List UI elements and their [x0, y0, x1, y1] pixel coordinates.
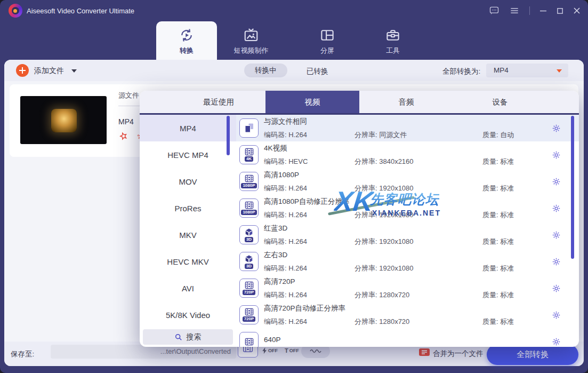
quality-value: 质量: 标准: [482, 264, 514, 273]
encoder-value: 编码器: H.264: [264, 210, 355, 220]
speed-toggle[interactable]: OFF: [262, 347, 278, 354]
add-files-icon[interactable]: [16, 64, 29, 77]
gear-icon[interactable]: [552, 150, 561, 160]
effects-icon[interactable]: [118, 131, 129, 144]
row-settings-button[interactable]: [552, 150, 561, 162]
gear-icon[interactable]: [552, 231, 561, 240]
row-settings-button[interactable]: [552, 204, 561, 215]
resolution-value: 分辨率: 1920x1080: [355, 237, 482, 247]
add-files-button[interactable]: 添加文件: [34, 66, 64, 76]
nav-tab-convert[interactable]: 转换: [156, 21, 217, 60]
format-row[interactable]: 1080P 高清1080P 编码器: H.264 分辨率: 1920x1080 …: [236, 168, 579, 195]
convert-all-button[interactable]: 全部转换: [487, 344, 578, 365]
popup-tab-1[interactable]: 视频: [265, 91, 359, 113]
menu-icon[interactable]: [509, 5, 520, 16]
sidebar-item-mp4[interactable]: MP4: [140, 115, 236, 141]
convert-icon: [179, 27, 195, 44]
format-row[interactable]: 1080P 高清1080P自动修正分辨率 编码器: H.264 分辨率: 192…: [236, 195, 579, 221]
sidebar-item-prores[interactable]: ProRes: [140, 195, 236, 221]
sidebar-item-mkv[interactable]: MKV: [140, 221, 236, 248]
minimize-icon[interactable]: [539, 7, 547, 14]
format-row[interactable]: 与源文件相同 编码器: H.264 分辨率: 同源文件 质量: 自动: [236, 115, 579, 141]
row-settings-button[interactable]: [552, 337, 561, 347]
search-icon: [175, 334, 182, 341]
close-icon[interactable]: [573, 7, 581, 14]
row-settings-button[interactable]: [552, 124, 561, 135]
title-toggle[interactable]: T OFF: [285, 347, 299, 354]
cube-3d-icon: [244, 228, 254, 236]
sidebar-item-5k-8k-video[interactable]: 5K/8K Video: [140, 301, 236, 328]
resolution-value: 分辨率: 3840x2160: [355, 157, 482, 166]
format-icon-box: 3D: [239, 252, 259, 271]
encoder-value: 编码器: H.264: [264, 264, 355, 273]
output-format-value: MP4: [494, 66, 509, 74]
row-settings-button[interactable]: [552, 231, 561, 242]
film-icon: [244, 174, 254, 182]
merge-icon[interactable]: [419, 348, 430, 359]
app-window: Aiseesoft Video Converter Ultimate: [0, 0, 588, 373]
app-title: Aiseesoft Video Converter Ultimate: [27, 7, 134, 15]
row-settings-button[interactable]: [552, 311, 561, 322]
format-title: 高清1080P: [264, 170, 579, 180]
format-row[interactable]: 720P 高清720P 编码器: H.264 分辨率: 1280x720 质量:…: [236, 275, 579, 301]
lightning-icon: [262, 347, 267, 354]
row-settings-button[interactable]: [552, 177, 561, 188]
format-row[interactable]: 640P: [236, 328, 579, 347]
quality-value: 质量: 自动: [482, 130, 514, 140]
row-settings-button[interactable]: [552, 284, 561, 295]
gear-icon[interactable]: [552, 311, 561, 320]
gear-icon[interactable]: [552, 204, 561, 213]
quality-value: 质量: 标准: [482, 237, 514, 247]
quality-value: 质量: 标准: [482, 317, 514, 327]
nav-tab-split[interactable]: 分屏: [301, 21, 354, 60]
tab-converted[interactable]: 已转换: [307, 67, 328, 76]
cube-3d-icon: [244, 255, 254, 263]
titlebar: Aiseesoft Video Converter Ultimate: [0, 0, 588, 21]
format-title: 640P: [264, 336, 579, 344]
format-icon-box: 720P: [239, 305, 259, 324]
nav-tab-toolbox[interactable]: 工具: [366, 21, 420, 60]
sidebar-scrollbar[interactable]: [227, 116, 230, 155]
tab-converting[interactable]: 转换中: [244, 64, 287, 77]
sidebar-item-hevc-mp4[interactable]: HEVC MP4: [140, 141, 236, 168]
encoder-value: 编码器: H.264: [264, 130, 355, 140]
resolution-badge: 720P: [243, 316, 256, 322]
output-format-dropdown[interactable]: MP4: [486, 64, 568, 77]
film-icon: [244, 201, 254, 209]
format-title: 与源文件相同: [264, 117, 579, 126]
list-scrollbar[interactable]: [571, 116, 574, 259]
popup-tab-0[interactable]: 最近使用: [172, 91, 265, 113]
quality-value: 质量: 标准: [482, 290, 514, 300]
popup-tab-3[interactable]: 设备: [453, 91, 547, 113]
t-icon: T: [285, 347, 288, 354]
maximize-icon[interactable]: [557, 7, 563, 14]
gear-icon[interactable]: [552, 177, 561, 186]
search-button[interactable]: 搜索: [143, 329, 233, 345]
format-row[interactable]: 3D 红蓝3D 编码器: H.264 分辨率: 1920x1080 质量: 标准: [236, 221, 579, 248]
video-thumbnail[interactable]: [20, 96, 107, 144]
gear-icon[interactable]: [552, 337, 561, 346]
feedback-icon[interactable]: [489, 5, 500, 16]
gear-icon[interactable]: [552, 257, 561, 266]
gear-icon[interactable]: [552, 124, 561, 133]
nav-tab-mv[interactable]: 短视频制作: [224, 21, 278, 60]
format-title: 红蓝3D: [264, 224, 579, 233]
quality-value: 质量: 标准: [482, 157, 514, 166]
format-row[interactable]: 720P 高清720P自动修正分辨率 编码器: H.264 分辨率: 1280x…: [236, 301, 579, 328]
add-files-caret-icon[interactable]: [71, 69, 77, 73]
sidebar-item-avi[interactable]: AVI: [140, 275, 236, 301]
row-settings-button[interactable]: [552, 257, 561, 268]
format-icon-box: 720P: [239, 279, 259, 298]
merge-checkbox-label[interactable]: 合并为一个文件: [433, 349, 484, 359]
sidebar-item-mov[interactable]: MOV: [140, 168, 236, 195]
sidebar-item-hevc-mkv[interactable]: HEVC MKV: [140, 248, 236, 275]
format-list: 与源文件相同 编码器: H.264 分辨率: 同源文件 质量: 自动 4K 4K…: [236, 115, 579, 347]
film-icon: [244, 281, 254, 289]
format-row[interactable]: 4K 4K视频 编码器: HEVC 分辨率: 3840x2160 质量: 标准: [236, 141, 579, 168]
resolution-value: 分辨率: 1280x720: [355, 317, 482, 327]
gear-icon[interactable]: [552, 284, 561, 293]
format-row[interactable]: 3D 左右3D 编码器: H.264 分辨率: 1920x1080 质量: 标准: [236, 248, 579, 275]
encoder-value: 编码器: HEVC: [264, 157, 355, 166]
search-label: 搜索: [187, 332, 202, 342]
popup-tab-2[interactable]: 音频: [359, 91, 453, 113]
